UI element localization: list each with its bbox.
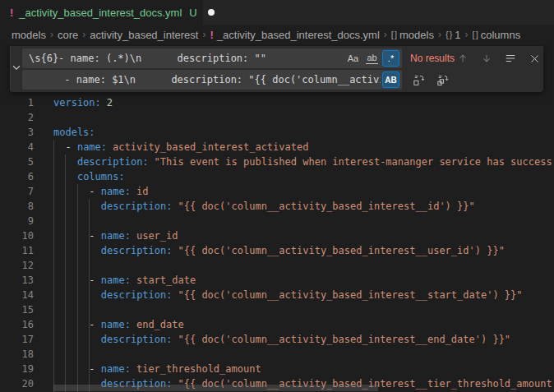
breadcrumb-label: models bbox=[12, 29, 46, 41]
breadcrumb-separator: › bbox=[465, 29, 469, 40]
code-text: columns: bbox=[34, 169, 125, 184]
replace-icon[interactable] bbox=[410, 71, 427, 88]
code-token-key: name: bbox=[101, 363, 131, 375]
code-line[interactable]: 13 - name:start_date bbox=[0, 273, 554, 288]
indent-guide bbox=[65, 154, 66, 392]
line-number: 11 bbox=[0, 243, 34, 258]
code-line[interactable]: 9 bbox=[0, 214, 554, 228]
horizontal-scrollbar[interactable] bbox=[0, 384, 554, 392]
close-icon[interactable] bbox=[526, 50, 542, 67]
code-token-dash: - bbox=[89, 230, 100, 242]
code-line[interactable]: 7 - name:id bbox=[0, 184, 554, 199]
replace-row: - name: $1\n description: "{{ doc('colum… bbox=[22, 70, 546, 90]
code-line[interactable]: 12 bbox=[0, 258, 554, 273]
breadcrumb-label: models bbox=[399, 29, 434, 41]
find-results-status: No results bbox=[410, 53, 455, 64]
find-in-selection-icon[interactable] bbox=[502, 50, 519, 67]
line-number: 4 bbox=[0, 140, 34, 154]
code-text bbox=[34, 214, 53, 228]
code-token-indent bbox=[53, 363, 89, 375]
code-text: version:2 bbox=[34, 95, 113, 110]
line-number: 18 bbox=[0, 347, 34, 362]
breadcrumb-item[interactable]: [ ]columns bbox=[473, 29, 521, 41]
code-line[interactable]: 19 - name:tier_threshold_amount bbox=[0, 362, 554, 376]
breadcrumb-item[interactable]: activity_based_interest bbox=[90, 29, 198, 41]
breadcrumb-separator: › bbox=[50, 29, 53, 40]
code-line[interactable]: 3models: bbox=[0, 125, 554, 140]
code-line[interactable]: 14 description:"{{ doc('column__activity… bbox=[0, 288, 554, 302]
tab-bar: ! _activity_based_interest_docs.yml U bbox=[0, 0, 554, 25]
line-number: 7 bbox=[0, 184, 34, 199]
code-line[interactable]: 4 - name:activity_based_interest_activat… bbox=[0, 140, 554, 154]
find-input-value: \s{6}- name: (.*)\n description: "" bbox=[29, 53, 343, 64]
vscode-window: ! _activity_based_interest_docs.yml U mo… bbox=[0, 0, 554, 392]
replace-input[interactable]: - name: $1\n description: "{{ doc('colum… bbox=[22, 70, 402, 90]
tab-active-file[interactable]: ! _activity_based_interest_docs.yml U bbox=[0, 0, 203, 25]
regex-button[interactable]: .* bbox=[382, 50, 399, 67]
code-token-value: "{{ doc('column__activity_based_interest… bbox=[178, 334, 511, 345]
find-input[interactable]: \s{6}- name: (.*)\n description: "" Aa a… bbox=[22, 48, 402, 68]
code-text: description:"{{ doc('column__activity_ba… bbox=[34, 243, 505, 258]
code-text: - name:end_date bbox=[34, 317, 184, 332]
code-line[interactable]: 2 bbox=[0, 110, 554, 125]
code-token-key: description: bbox=[101, 289, 173, 301]
code-line[interactable]: 11 description:"{{ doc('column__activity… bbox=[0, 243, 554, 258]
line-number: 16 bbox=[0, 317, 34, 332]
code-text bbox=[34, 302, 53, 317]
code-token-dash: - bbox=[89, 319, 100, 330]
replace-all-icon[interactable] bbox=[434, 71, 450, 88]
code-token-key: models: bbox=[53, 127, 95, 138]
breadcrumb-item[interactable]: { }1 bbox=[446, 29, 461, 41]
code-line[interactable]: 6 columns: bbox=[0, 169, 554, 184]
code-token-value: start_date bbox=[136, 274, 196, 286]
yaml-file-icon: ! bbox=[210, 29, 213, 41]
line-number: 17 bbox=[0, 332, 34, 347]
code-token-indent bbox=[53, 141, 65, 153]
breadcrumb-item[interactable]: core bbox=[58, 29, 78, 41]
code-token-value: "{{ doc('column__activity_based_interest… bbox=[178, 201, 475, 212]
match-case-button[interactable]: Aa bbox=[344, 50, 362, 67]
toggle-replace-button[interactable] bbox=[11, 46, 22, 92]
code-token-key: description: bbox=[77, 156, 149, 168]
code-token-value: "{{ doc('column__activity_based_interest… bbox=[178, 289, 523, 301]
code-line[interactable]: 18 bbox=[0, 347, 554, 362]
previous-match-button[interactable] bbox=[455, 50, 471, 67]
line-number: 1 bbox=[0, 95, 34, 110]
indent-guide bbox=[53, 140, 54, 392]
breadcrumb-item[interactable]: [ ]models bbox=[391, 29, 434, 41]
chevron-down-icon bbox=[11, 62, 22, 76]
symbol-array-icon: [ ] bbox=[473, 30, 478, 39]
whole-word-glyph: ab bbox=[366, 53, 377, 63]
code-token-value: user_id bbox=[136, 230, 178, 242]
code-text: description:"This event is published whe… bbox=[34, 154, 552, 169]
code-token-value: "{{ doc('column__activity_based_interest… bbox=[178, 245, 505, 256]
code-line[interactable]: 5 description:"This event is published w… bbox=[0, 154, 554, 169]
breadcrumb-item[interactable]: !_activity_based_interest_docs.yml bbox=[210, 29, 379, 41]
breadcrumb-separator: › bbox=[438, 29, 441, 40]
horizontal-scrollbar-slider[interactable] bbox=[53, 385, 378, 391]
code-line[interactable]: 1version:2 bbox=[0, 95, 554, 110]
code-line[interactable]: 15 bbox=[0, 302, 554, 317]
code-line[interactable]: 8 description:"{{ doc('column__activity_… bbox=[0, 199, 554, 214]
code-line[interactable]: 17 description:"{{ doc('column__activity… bbox=[0, 332, 554, 347]
modified-indicator-dot[interactable] bbox=[208, 9, 215, 16]
code-token-value: "This event is published when interest-m… bbox=[155, 156, 552, 168]
breadcrumb-label: columns bbox=[481, 29, 520, 41]
breadcrumb-label: _activity_based_interest_docs.yml bbox=[217, 29, 380, 41]
line-number: 13 bbox=[0, 273, 34, 288]
code-text: - name:activity_based_interest_activated bbox=[34, 140, 308, 154]
editor[interactable]: 1version:223models:4 - name:activity_bas… bbox=[0, 44, 554, 392]
code-text: models: bbox=[34, 125, 95, 140]
code-line[interactable]: 16 - name:end_date bbox=[0, 317, 554, 332]
breadcrumb-separator: › bbox=[202, 29, 205, 40]
code-text: - name:tier_threshold_amount bbox=[34, 362, 261, 376]
whole-word-button[interactable]: ab bbox=[363, 50, 381, 67]
code-token-value: end_date bbox=[136, 319, 184, 330]
code-text: - name:id bbox=[34, 184, 148, 199]
next-match-button[interactable] bbox=[478, 50, 495, 67]
breadcrumb-item[interactable]: models bbox=[12, 29, 46, 41]
line-number: 15 bbox=[0, 302, 34, 317]
code-line[interactable]: 10 - name:user_id bbox=[0, 228, 554, 243]
line-number: 14 bbox=[0, 288, 34, 302]
preserve-case-button[interactable]: AB bbox=[382, 71, 399, 88]
